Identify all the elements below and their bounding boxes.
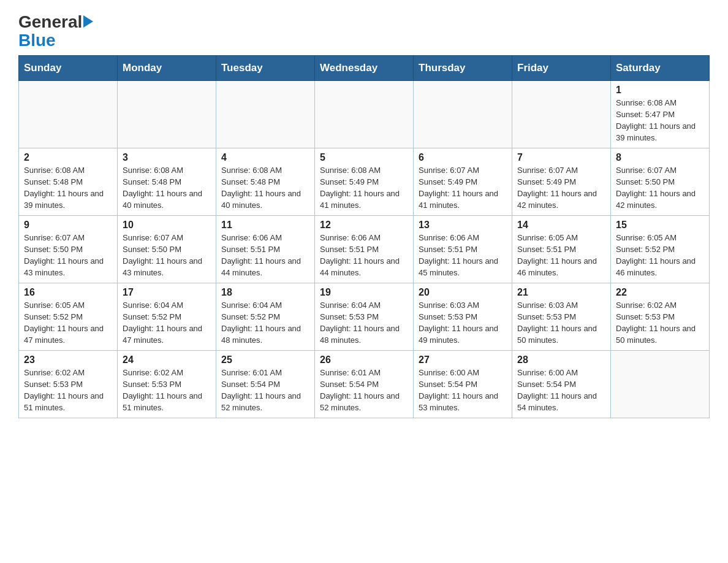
calendar-week-row-3: 9Sunrise: 6:07 AMSunset: 5:50 PMDaylight… bbox=[19, 216, 710, 283]
calendar-cell bbox=[611, 351, 710, 418]
day-number: 5 bbox=[320, 152, 408, 163]
calendar-table: Sunday Monday Tuesday Wednesday Thursday… bbox=[18, 55, 710, 418]
day-number: 4 bbox=[221, 152, 309, 163]
day-number: 9 bbox=[24, 220, 112, 231]
day-number: 17 bbox=[123, 287, 211, 298]
calendar-header-row: Sunday Monday Tuesday Wednesday Thursday… bbox=[19, 56, 710, 81]
day-info: Sunrise: 6:07 AMSunset: 5:49 PMDaylight:… bbox=[517, 165, 605, 211]
day-info: Sunrise: 6:02 AMSunset: 5:53 PMDaylight:… bbox=[24, 367, 112, 413]
calendar-cell: 1Sunrise: 6:08 AMSunset: 5:47 PMDaylight… bbox=[611, 81, 710, 148]
calendar-cell: 16Sunrise: 6:05 AMSunset: 5:52 PMDayligh… bbox=[19, 283, 118, 351]
day-info: Sunrise: 6:06 AMSunset: 5:51 PMDaylight:… bbox=[320, 232, 408, 278]
calendar-cell bbox=[118, 81, 216, 148]
calendar-cell: 19Sunrise: 6:04 AMSunset: 5:53 PMDayligh… bbox=[315, 283, 414, 351]
day-number: 25 bbox=[221, 354, 309, 366]
day-number: 13 bbox=[419, 220, 507, 231]
day-number: 12 bbox=[320, 220, 408, 231]
header-friday: Friday bbox=[512, 56, 611, 81]
calendar-cell: 5Sunrise: 6:08 AMSunset: 5:49 PMDaylight… bbox=[315, 148, 414, 216]
day-info: Sunrise: 6:08 AMSunset: 5:48 PMDaylight:… bbox=[123, 165, 211, 211]
day-number: 7 bbox=[517, 152, 605, 163]
page-header: General Blue bbox=[18, 12, 710, 49]
calendar-cell bbox=[315, 81, 414, 148]
calendar-cell: 8Sunrise: 6:07 AMSunset: 5:50 PMDaylight… bbox=[611, 148, 710, 216]
day-number: 10 bbox=[123, 220, 211, 231]
calendar-week-row-4: 16Sunrise: 6:05 AMSunset: 5:52 PMDayligh… bbox=[19, 283, 710, 351]
day-info: Sunrise: 6:03 AMSunset: 5:53 PMDaylight:… bbox=[517, 300, 605, 346]
logo: General Blue bbox=[18, 12, 93, 49]
calendar-cell: 2Sunrise: 6:08 AMSunset: 5:48 PMDaylight… bbox=[19, 148, 118, 216]
calendar-cell: 12Sunrise: 6:06 AMSunset: 5:51 PMDayligh… bbox=[315, 216, 414, 283]
calendar-cell bbox=[216, 81, 315, 148]
calendar-cell bbox=[414, 81, 512, 148]
day-info: Sunrise: 6:06 AMSunset: 5:51 PMDaylight:… bbox=[221, 232, 309, 278]
calendar-week-row-5: 23Sunrise: 6:02 AMSunset: 5:53 PMDayligh… bbox=[19, 351, 710, 418]
day-info: Sunrise: 6:05 AMSunset: 5:52 PMDaylight:… bbox=[616, 232, 704, 278]
day-info: Sunrise: 6:07 AMSunset: 5:49 PMDaylight:… bbox=[419, 165, 507, 211]
day-number: 28 bbox=[517, 354, 605, 366]
day-number: 26 bbox=[320, 354, 408, 366]
calendar-cell: 22Sunrise: 6:02 AMSunset: 5:53 PMDayligh… bbox=[611, 283, 710, 351]
calendar-cell: 4Sunrise: 6:08 AMSunset: 5:48 PMDaylight… bbox=[216, 148, 315, 216]
calendar-cell: 25Sunrise: 6:01 AMSunset: 5:54 PMDayligh… bbox=[216, 351, 315, 418]
calendar-cell: 14Sunrise: 6:05 AMSunset: 5:51 PMDayligh… bbox=[512, 216, 611, 283]
calendar-cell: 7Sunrise: 6:07 AMSunset: 5:49 PMDaylight… bbox=[512, 148, 611, 216]
calendar-cell: 17Sunrise: 6:04 AMSunset: 5:52 PMDayligh… bbox=[118, 283, 216, 351]
day-number: 14 bbox=[517, 220, 605, 231]
calendar-cell: 21Sunrise: 6:03 AMSunset: 5:53 PMDayligh… bbox=[512, 283, 611, 351]
day-number: 19 bbox=[320, 287, 408, 298]
calendar-cell: 10Sunrise: 6:07 AMSunset: 5:50 PMDayligh… bbox=[118, 216, 216, 283]
day-info: Sunrise: 6:07 AMSunset: 5:50 PMDaylight:… bbox=[616, 165, 704, 211]
calendar-cell: 28Sunrise: 6:00 AMSunset: 5:54 PMDayligh… bbox=[512, 351, 611, 418]
day-number: 23 bbox=[24, 354, 112, 366]
header-monday: Monday bbox=[118, 56, 216, 81]
calendar-week-row-1: 1Sunrise: 6:08 AMSunset: 5:47 PMDaylight… bbox=[19, 81, 710, 148]
day-info: Sunrise: 6:08 AMSunset: 5:48 PMDaylight:… bbox=[221, 165, 309, 211]
header-sunday: Sunday bbox=[19, 56, 118, 81]
calendar-cell: 6Sunrise: 6:07 AMSunset: 5:49 PMDaylight… bbox=[414, 148, 512, 216]
day-number: 20 bbox=[419, 287, 507, 298]
calendar-cell: 24Sunrise: 6:02 AMSunset: 5:53 PMDayligh… bbox=[118, 351, 216, 418]
day-info: Sunrise: 6:08 AMSunset: 5:49 PMDaylight:… bbox=[320, 165, 408, 211]
day-number: 11 bbox=[221, 220, 309, 231]
day-info: Sunrise: 6:04 AMSunset: 5:52 PMDaylight:… bbox=[221, 300, 309, 346]
day-number: 22 bbox=[616, 287, 704, 298]
day-info: Sunrise: 6:02 AMSunset: 5:53 PMDaylight:… bbox=[123, 367, 211, 413]
day-info: Sunrise: 6:01 AMSunset: 5:54 PMDaylight:… bbox=[221, 367, 309, 413]
day-info: Sunrise: 6:04 AMSunset: 5:53 PMDaylight:… bbox=[320, 300, 408, 346]
calendar-cell: 18Sunrise: 6:04 AMSunset: 5:52 PMDayligh… bbox=[216, 283, 315, 351]
day-info: Sunrise: 6:04 AMSunset: 5:52 PMDaylight:… bbox=[123, 300, 211, 346]
day-number: 27 bbox=[419, 354, 507, 366]
day-info: Sunrise: 6:00 AMSunset: 5:54 PMDaylight:… bbox=[517, 367, 605, 413]
day-info: Sunrise: 6:01 AMSunset: 5:54 PMDaylight:… bbox=[320, 367, 408, 413]
header-tuesday: Tuesday bbox=[216, 56, 315, 81]
day-number: 21 bbox=[517, 287, 605, 298]
day-number: 3 bbox=[123, 152, 211, 163]
day-number: 15 bbox=[616, 220, 704, 231]
day-info: Sunrise: 6:00 AMSunset: 5:54 PMDaylight:… bbox=[419, 367, 507, 413]
calendar-cell: 9Sunrise: 6:07 AMSunset: 5:50 PMDaylight… bbox=[19, 216, 118, 283]
day-number: 8 bbox=[616, 152, 704, 163]
day-number: 2 bbox=[24, 152, 112, 163]
calendar-cell: 26Sunrise: 6:01 AMSunset: 5:54 PMDayligh… bbox=[315, 351, 414, 418]
day-number: 24 bbox=[123, 354, 211, 366]
header-saturday: Saturday bbox=[611, 56, 710, 81]
day-info: Sunrise: 6:07 AMSunset: 5:50 PMDaylight:… bbox=[123, 232, 211, 278]
day-number: 18 bbox=[221, 287, 309, 298]
header-wednesday: Wednesday bbox=[315, 56, 414, 81]
day-number: 1 bbox=[616, 85, 704, 96]
day-info: Sunrise: 6:08 AMSunset: 5:47 PMDaylight:… bbox=[616, 98, 704, 144]
calendar-cell: 27Sunrise: 6:00 AMSunset: 5:54 PMDayligh… bbox=[414, 351, 512, 418]
day-info: Sunrise: 6:05 AMSunset: 5:52 PMDaylight:… bbox=[24, 300, 112, 346]
calendar-cell bbox=[19, 81, 118, 148]
calendar-cell: 23Sunrise: 6:02 AMSunset: 5:53 PMDayligh… bbox=[19, 351, 118, 418]
calendar-cell: 13Sunrise: 6:06 AMSunset: 5:51 PMDayligh… bbox=[414, 216, 512, 283]
day-number: 6 bbox=[419, 152, 507, 163]
logo-general-text: General bbox=[18, 12, 82, 32]
day-info: Sunrise: 6:02 AMSunset: 5:53 PMDaylight:… bbox=[616, 300, 704, 346]
calendar-cell: 3Sunrise: 6:08 AMSunset: 5:48 PMDaylight… bbox=[118, 148, 216, 216]
day-info: Sunrise: 6:03 AMSunset: 5:53 PMDaylight:… bbox=[419, 300, 507, 346]
day-info: Sunrise: 6:05 AMSunset: 5:51 PMDaylight:… bbox=[517, 232, 605, 278]
calendar-week-row-2: 2Sunrise: 6:08 AMSunset: 5:48 PMDaylight… bbox=[19, 148, 710, 216]
day-info: Sunrise: 6:08 AMSunset: 5:48 PMDaylight:… bbox=[24, 165, 112, 211]
